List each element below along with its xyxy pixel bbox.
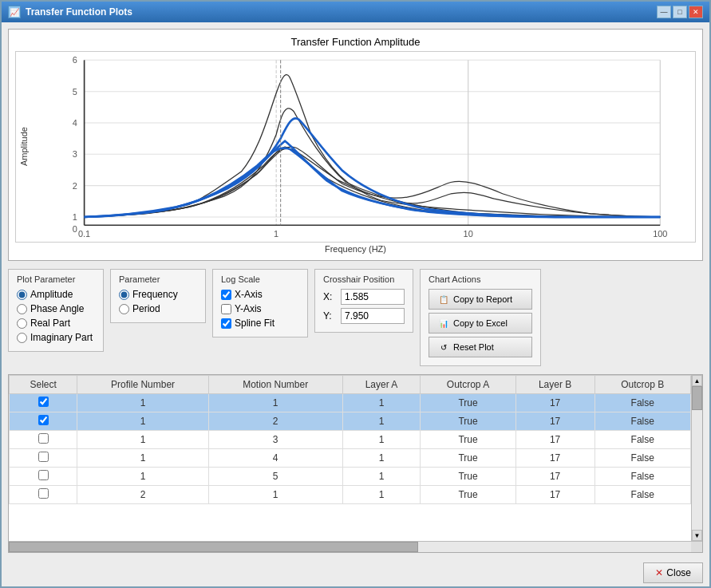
- copy-report-label: Copy to Report: [453, 294, 512, 304]
- scroll-up-button[interactable]: ▲: [692, 375, 702, 386]
- copy-report-icon: 📋: [437, 294, 450, 305]
- table-row: 151True17False: [10, 468, 691, 486]
- profile-cell: 1: [77, 468, 208, 486]
- table-row: 131True17False: [10, 431, 691, 449]
- reset-plot-button[interactable]: ↺ Reset Plot: [429, 337, 532, 357]
- row-checkbox[interactable]: [38, 397, 49, 407]
- y-axis-checkbox[interactable]: [221, 304, 231, 314]
- col-layer-b: Layer B: [515, 376, 594, 394]
- profile-cell: 1: [77, 412, 208, 431]
- restore-button[interactable]: □: [673, 6, 687, 18]
- real-part-radio[interactable]: [17, 318, 27, 329]
- svg-text:3: 3: [73, 150, 77, 160]
- close-label: Close: [666, 567, 691, 578]
- table-row: 141True17False: [10, 449, 691, 468]
- amplitude-row: Amplitude: [17, 289, 95, 300]
- titlebar-controls: — □ ✕: [657, 6, 703, 18]
- scroll-track[interactable]: [692, 386, 702, 530]
- svg-text:1: 1: [274, 229, 278, 239]
- col-motion: Motion Number: [208, 376, 342, 394]
- row-checkbox[interactable]: [38, 452, 49, 462]
- select-cell: [10, 486, 77, 504]
- select-cell: [10, 412, 77, 431]
- layer-a-cell: 1: [342, 449, 421, 468]
- copy-to-excel-button[interactable]: 📊 Copy to Excel: [429, 313, 532, 333]
- frequency-radio[interactable]: [119, 290, 129, 300]
- layer-b-cell: 17: [515, 468, 594, 486]
- phase-angle-row: Phase Angle: [17, 303, 95, 314]
- content-area: Transfer Function Amplitude Amplitude: [2, 22, 709, 559]
- outcrop-b-cell: False: [594, 468, 690, 486]
- scroll-down-button[interactable]: ▼: [692, 530, 702, 541]
- copy-excel-icon: 📊: [437, 318, 450, 329]
- motion-cell: 1: [208, 486, 342, 504]
- titlebar-left: 📈 Transfer Function Plots: [8, 6, 132, 18]
- col-outcrop-a: Outcrop A: [421, 376, 515, 394]
- minimize-button[interactable]: —: [657, 6, 671, 18]
- profile-cell: 1: [77, 431, 208, 449]
- main-window: 📈 Transfer Function Plots — □ ✕ Transfer…: [0, 0, 711, 588]
- layer-a-cell: 1: [342, 431, 421, 449]
- row-checkbox[interactable]: [38, 488, 49, 499]
- spline-fit-checkbox[interactable]: [221, 318, 231, 329]
- outcrop-b-cell: False: [594, 394, 690, 412]
- crosshair-title: Crosshair Position: [323, 274, 405, 284]
- crosshair-y-input[interactable]: [341, 308, 405, 324]
- parameter-group: Parameter Frequency Period: [110, 269, 206, 323]
- row-checkbox[interactable]: [38, 415, 49, 425]
- outcrop-b-cell: False: [594, 431, 690, 449]
- chart-plot: Amplitude: [15, 51, 696, 243]
- x-axis-label: Frequency (HZ): [15, 244, 696, 254]
- crosshair-y-label: Y:: [323, 310, 336, 322]
- table-row: 121True17False: [10, 412, 691, 431]
- layer-b-cell: 17: [515, 486, 594, 504]
- table-scroll[interactable]: Select Profile Number Motion Number Laye…: [9, 375, 691, 541]
- outcrop-b-cell: False: [594, 449, 690, 468]
- real-part-label: Real Part: [30, 318, 70, 329]
- x-axis-checkbox[interactable]: [221, 290, 231, 300]
- svg-text:4: 4: [73, 118, 77, 128]
- layer-a-cell: 1: [342, 394, 421, 412]
- layer-a-cell: 1: [342, 486, 421, 504]
- chart-svg: 6 5 4 3 2 1 0 0.1 1 10 100: [32, 52, 695, 242]
- outcrop-a-cell: True: [421, 394, 515, 412]
- table-body: 111True17False121True17False131True17Fal…: [10, 394, 691, 504]
- layer-b-cell: 17: [515, 431, 594, 449]
- log-scale-title: Log Scale: [221, 274, 299, 284]
- layer-a-cell: 1: [342, 412, 421, 431]
- horizontal-scrollbar-area: [9, 541, 702, 552]
- chart-actions-group: Chart Actions 📋 Copy to Report 📊 Copy to…: [420, 269, 541, 366]
- crosshair-x-label: X:: [323, 291, 336, 302]
- svg-text:10: 10: [464, 229, 473, 239]
- close-window-button[interactable]: ✕: [689, 6, 703, 18]
- horizontal-scroll-thumb[interactable]: [9, 542, 418, 552]
- scroll-thumb[interactable]: [692, 386, 702, 410]
- select-cell: [10, 468, 77, 486]
- horizontal-scroll-track[interactable]: [9, 542, 691, 552]
- crosshair-x-input[interactable]: [341, 289, 405, 305]
- real-part-row: Real Part: [17, 318, 95, 329]
- copy-to-report-button[interactable]: 📋 Copy to Report: [429, 289, 532, 310]
- imaginary-part-radio[interactable]: [17, 333, 27, 343]
- close-button[interactable]: ✕ Close: [643, 562, 703, 583]
- layer-b-cell: 17: [515, 449, 594, 468]
- y-axis-label: Y-Axis: [235, 303, 262, 314]
- row-checkbox[interactable]: [38, 470, 49, 480]
- phase-angle-radio[interactable]: [17, 304, 27, 314]
- y-axis-label: Amplitude: [16, 52, 32, 242]
- row-checkbox[interactable]: [38, 433, 49, 444]
- col-layer-a: Layer A: [342, 376, 421, 394]
- close-icon: ✕: [655, 567, 663, 578]
- chart-container: Transfer Function Amplitude Amplitude: [8, 29, 703, 261]
- vertical-scrollbar[interactable]: ▲ ▼: [691, 375, 702, 541]
- svg-text:2: 2: [73, 181, 77, 191]
- frequency-label: Frequency: [132, 289, 178, 300]
- bottom-bar: ✕ Close: [2, 559, 709, 586]
- period-radio[interactable]: [119, 304, 129, 314]
- amplitude-radio[interactable]: [17, 290, 27, 300]
- reset-label: Reset Plot: [453, 342, 494, 352]
- chart-actions-title: Chart Actions: [429, 274, 532, 284]
- amplitude-label: Amplitude: [30, 289, 73, 300]
- svg-text:0: 0: [73, 224, 77, 234]
- select-cell: [10, 431, 77, 449]
